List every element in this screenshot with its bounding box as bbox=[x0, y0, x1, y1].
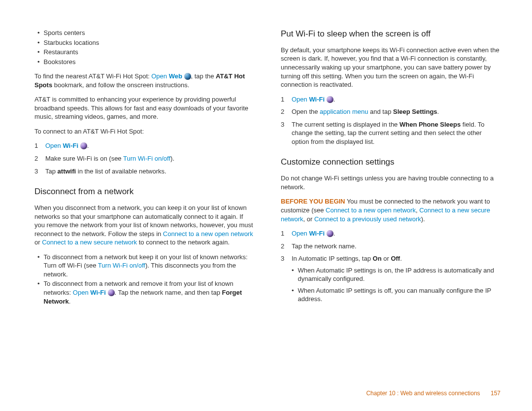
disconnect-heading: Disconnect from a network bbox=[34, 186, 254, 198]
turn-wifi-link[interactable]: Turn Wi-Fi on/off bbox=[98, 262, 145, 269]
sleep-heading: Put Wi-Fi to sleep when the screen is of… bbox=[281, 29, 500, 40]
connect-prev-link[interactable]: Connect to a previously used network bbox=[314, 215, 421, 223]
before-you-begin-label: BEFORE YOU BEGIN bbox=[281, 198, 345, 205]
step: 1 Open Wi-Fi . bbox=[281, 229, 500, 238]
web-globe-icon bbox=[184, 73, 191, 80]
disconnect-para: When you disconnect from a network, you … bbox=[34, 204, 254, 247]
turn-wifi-link[interactable]: Turn Wi-Fi on/off bbox=[123, 155, 170, 162]
wifi-app-link[interactable]: Wi-Fi bbox=[309, 230, 325, 237]
ip-settings-sublist: When Automatic IP settings is on, the IP… bbox=[292, 266, 500, 304]
find-hotspot-para: To find the nearest AT&T Wi-Fi Hot Spot:… bbox=[34, 72, 254, 89]
step: 3 In Automatic IP settings, tap On or Of… bbox=[281, 254, 500, 307]
wifi-app-link[interactable]: Wi-Fi bbox=[309, 96, 325, 103]
page-number: 157 bbox=[491, 390, 500, 397]
customize-steps: 1 Open Wi-Fi . 2 Tap the network name. 3… bbox=[281, 229, 500, 307]
list-item: Starbucks locations bbox=[34, 38, 254, 47]
open-link[interactable]: Open bbox=[73, 289, 90, 296]
web-app-link[interactable]: Web bbox=[169, 72, 182, 80]
list-item: To disconnect from a network and remove … bbox=[34, 279, 254, 306]
wifi-icon bbox=[80, 142, 87, 149]
sleep-para: By default, your smartphone keeps its Wi… bbox=[281, 46, 500, 89]
sleep-steps: 1 Open Wi-Fi . 2 Open the application me… bbox=[281, 95, 500, 146]
customize-warn: Do not change Wi-Fi settings unless you … bbox=[281, 174, 500, 191]
page-footer: Chapter 10 : Web and wireless connection… bbox=[366, 389, 500, 397]
hotspot-types-list: Sports centers Starbucks locations Resta… bbox=[34, 29, 254, 66]
wifi-icon bbox=[327, 230, 333, 237]
connect-secure-link[interactable]: Connect to a new secure network bbox=[42, 239, 137, 246]
wifi-icon bbox=[327, 96, 333, 103]
list-item: When Automatic IP settings is on, the IP… bbox=[292, 266, 500, 283]
connect-steps: 1 Open Wi-Fi . 2 Make sure Wi-Fi is on (… bbox=[34, 141, 254, 175]
chapter-label: Chapter 10 : Web and wireless connection… bbox=[366, 390, 480, 397]
customize-heading: Customize connection settings bbox=[281, 157, 500, 168]
connect-intro: To connect to an AT&T Wi-Fi Hot Spot: bbox=[34, 127, 254, 136]
wifi-app-link[interactable]: Wi-Fi bbox=[63, 142, 78, 149]
disconnect-bullets: To disconnect from a network but keep it… bbox=[34, 253, 254, 306]
wifi-icon bbox=[108, 289, 115, 296]
step: 2 Open the application menu and tap Slee… bbox=[281, 107, 500, 116]
list-item: Sports centers bbox=[34, 29, 254, 37]
step: 1 Open Wi-Fi . bbox=[281, 95, 500, 104]
app-menu-link[interactable]: application menu bbox=[320, 108, 368, 115]
list-item: Bookstores bbox=[34, 58, 254, 67]
list-item: When Automatic IP settings is off, you c… bbox=[292, 286, 500, 304]
open-link[interactable]: Open bbox=[292, 230, 309, 237]
open-link[interactable]: Open bbox=[151, 72, 168, 80]
step: 3 Tap attwifi in the list of available n… bbox=[34, 167, 254, 176]
wifi-app-link[interactable]: Wi-Fi bbox=[90, 289, 106, 296]
open-link[interactable]: Open bbox=[292, 96, 309, 103]
list-item: Restaurants bbox=[34, 48, 254, 57]
before-you-begin: BEFORE YOU BEGIN You must be connected t… bbox=[281, 197, 500, 223]
open-link[interactable]: Open bbox=[45, 142, 63, 149]
connect-open-link[interactable]: Connect to a new open network bbox=[163, 230, 253, 238]
step: 2 Make sure Wi-Fi is on (see Turn Wi-Fi … bbox=[34, 154, 254, 163]
step: 1 Open Wi-Fi . bbox=[34, 141, 254, 150]
step: 2 Tap the network name. bbox=[281, 242, 500, 251]
left-column: Sports centers Starbucks locations Resta… bbox=[34, 29, 254, 391]
list-item: To disconnect from a network but keep it… bbox=[34, 253, 254, 279]
step: 3 The current setting is displayed in th… bbox=[281, 120, 500, 146]
right-column: Put Wi-Fi to sleep when the screen is of… bbox=[281, 29, 500, 391]
att-para: AT&T is committed to enhancing your expe… bbox=[34, 95, 254, 121]
connect-open-link[interactable]: Connect to a new open network bbox=[326, 206, 416, 214]
page-body: Sports centers Starbucks locations Resta… bbox=[0, 0, 532, 411]
